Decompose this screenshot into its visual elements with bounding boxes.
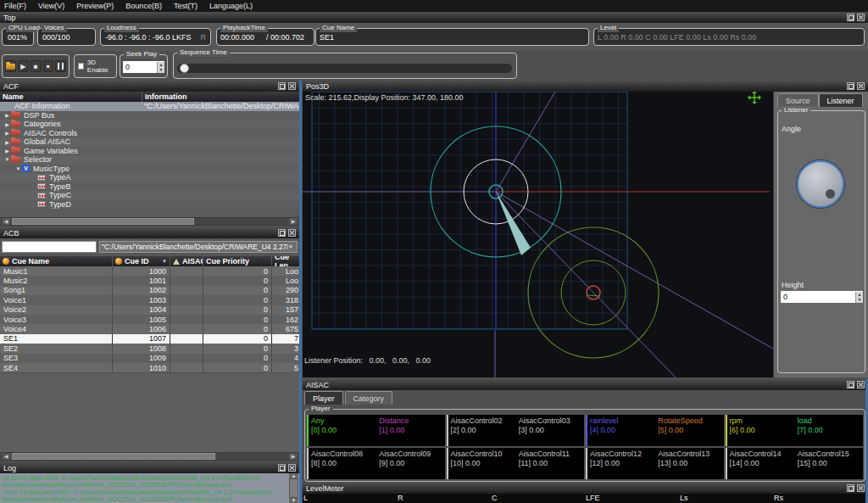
load-button[interactable] [5, 60, 16, 72]
table-row-voice1[interactable]: Voice110030318 [0, 295, 299, 305]
scroll-up-icon[interactable]: ▲ [289, 473, 298, 478]
acf-col-name[interactable]: Name [0, 92, 142, 102]
scroll-right-icon[interactable]: ▶ [289, 453, 298, 460]
table-row-music2[interactable]: Music210010Loo [0, 276, 299, 285]
acb-path-combo[interactable]: "C:/Users/YannickBlanchette/Desktop/CRIW… [99, 241, 298, 253]
tree-row-global-aisac[interactable]: ▶ Global AISAC [0, 137, 299, 147]
scroll-down-icon[interactable]: ▼ [289, 498, 298, 503]
chevron-right-icon[interactable]: ▶ [3, 148, 11, 154]
menu-preview[interactable]: Preview(P) [76, 2, 114, 10]
tree-row-categories[interactable]: ▶ Categories [0, 120, 299, 129]
dock-separator-vertical[interactable] [299, 81, 302, 503]
aisac-control[interactable]: AisacControl08[8] 0.00 [309, 448, 376, 479]
angle-knob[interactable] [797, 160, 844, 208]
float-icon[interactable] [847, 14, 854, 21]
seek-play-stepper[interactable]: ▲▼ [157, 62, 164, 73]
aisac-control[interactable]: rainlevel[4] 0.00 [587, 415, 655, 446]
stop-button[interactable]: ■ [31, 60, 42, 72]
height-input[interactable]: 0 ▲▼ [781, 291, 863, 303]
chevron-right-icon[interactable]: ▶ [3, 139, 11, 145]
close-icon[interactable] [288, 229, 296, 237]
close-icon[interactable] [288, 82, 296, 90]
aisac-control[interactable]: AisacControl14[14] 0.00 [727, 448, 795, 479]
tab-category[interactable]: Category [345, 391, 393, 405]
aisac-control[interactable]: AisacControl12[12] 0.00 [587, 448, 655, 479]
float-icon[interactable] [278, 82, 286, 90]
pause-button[interactable] [55, 60, 66, 72]
table-row-song1[interactable]: Song110020290 [0, 286, 299, 295]
chevron-down-icon[interactable]: ▼ [14, 166, 22, 171]
chevron-down-icon[interactable]: ▼ [3, 157, 11, 162]
table-row-voice2[interactable]: Voice210040157 [0, 305, 299, 315]
tree-row-selector[interactable]: ▼ Selector [0, 155, 299, 165]
acf-hscrollbar[interactable]: ◀ ▶ [1, 217, 298, 226]
aisac-control[interactable]: Distance[1] 0.00 [376, 415, 444, 446]
scroll-thumb[interactable] [12, 453, 215, 460]
chevron-right-icon[interactable]: ▶ [3, 130, 11, 136]
scroll-left-icon[interactable]: ◀ [2, 218, 10, 225]
menu-view[interactable]: View(V) [38, 2, 64, 10]
aisac-control[interactable]: AisacControl10[10] 0.00 [448, 448, 516, 479]
close-icon[interactable] [857, 381, 865, 388]
tab-listener[interactable]: Listener [819, 93, 863, 107]
table-row-se1-selected[interactable]: SE1100707 [0, 334, 299, 344]
aisac-control[interactable]: AisacControl09[9] 0.00 [376, 448, 444, 479]
acb-col-aisac[interactable]: AISAC [170, 256, 203, 266]
tab-player[interactable]: Player [304, 391, 343, 405]
scroll-left-icon[interactable]: ◀ [2, 453, 10, 460]
sequence-time-thumb[interactable] [180, 64, 189, 73]
seek-play-input[interactable]: 0 ▲▼ [123, 61, 164, 73]
aisac-control[interactable]: Any[0] 0.00 [309, 415, 376, 446]
acb-hscrollbar[interactable]: ◀ ▶ [1, 452, 298, 461]
height-stepper[interactable]: ▲▼ [855, 292, 863, 303]
aisac-control[interactable]: AisacControl11[11] 0.00 [516, 448, 584, 479]
menu-language[interactable]: Language(L) [209, 2, 253, 10]
menu-file[interactable]: File(F) [4, 2, 26, 10]
acb-col-cue-id[interactable]: Cue ID ▼ [113, 256, 170, 266]
float-icon[interactable] [278, 464, 286, 472]
float-icon[interactable] [847, 82, 854, 90]
close-icon[interactable] [288, 464, 296, 472]
pos3d-canvas[interactable]: Scale: 215.62,Display Position: 347.00, … [303, 92, 773, 377]
acb-filter-input[interactable] [2, 241, 97, 253]
menu-bounce[interactable]: Bounce(B) [125, 2, 162, 10]
aisac-control[interactable]: AisacControl13[13] 0.00 [655, 448, 723, 479]
table-row-voice4[interactable]: Voice410060675 [0, 324, 299, 333]
table-row-voice3[interactable]: Voice310050162 [0, 315, 299, 324]
table-row-se2[interactable]: SE2100803 [0, 344, 299, 353]
log-vscrollbar[interactable]: ▲ ▼ [289, 473, 298, 503]
aisac-control[interactable]: AisacControl03[3] 0.00 [516, 415, 584, 446]
float-icon[interactable] [847, 381, 854, 388]
chevron-right-icon[interactable]: ▶ [3, 121, 11, 127]
close-icon[interactable] [857, 484, 865, 492]
tree-row-typeb[interactable]: TypeB [0, 182, 299, 192]
close-icon[interactable] [857, 82, 865, 90]
move-crosshair-icon[interactable] [748, 92, 761, 104]
scroll-right-icon[interactable]: ▶ [289, 218, 298, 225]
tree-row-game-variables[interactable]: ▶ Game Variables [0, 147, 299, 156]
aisac-control[interactable]: RotateSpeed[5] 0.00 [655, 415, 723, 446]
tree-row-typea[interactable]: TypeA [0, 173, 299, 182]
sequence-time-slider[interactable] [177, 64, 512, 73]
table-row-music1[interactable]: Music110000Loo [0, 266, 299, 276]
tree-row-typed[interactable]: TypeD [0, 200, 299, 210]
aisac-control[interactable]: rpm[6] 0.00 [727, 415, 795, 446]
stop-all-button[interactable]: ■ [43, 60, 54, 72]
play-button[interactable]: ▶ [18, 60, 29, 72]
aisac-control[interactable]: AisacControl02[2] 0.00 [448, 415, 516, 446]
float-icon[interactable] [847, 484, 854, 492]
enable-3d-checkbox[interactable] [78, 63, 84, 70]
chevron-right-icon[interactable]: ▶ [3, 112, 11, 118]
tree-row-musictype[interactable]: ▼ MusicType [0, 165, 299, 174]
float-icon[interactable] [278, 229, 286, 237]
close-icon[interactable] [857, 14, 865, 21]
loudness-reset-button[interactable]: R [201, 33, 207, 42]
tree-row-dsp-bus[interactable]: ▶ DSP Bus [0, 111, 299, 120]
tree-row-typec[interactable]: TypeC [0, 191, 299, 200]
tree-row-acf-information[interactable]: ACF Information "C:/Users/YannickBlanche… [0, 102, 299, 111]
tree-row-aisac-controls[interactable]: ▶ AISAC Controls [0, 129, 299, 138]
acb-col-cue-length[interactable]: Cue Len [272, 256, 299, 266]
table-row-se3[interactable]: SE3100904 [0, 354, 299, 363]
acb-col-cue-name[interactable]: Cue Name [0, 256, 113, 266]
aisac-control[interactable]: load[7] 0.00 [795, 415, 863, 446]
